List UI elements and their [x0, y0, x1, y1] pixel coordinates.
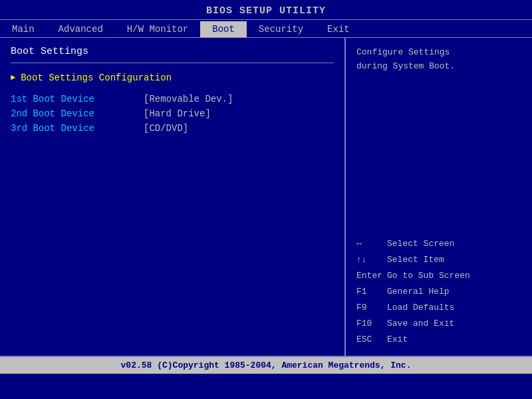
arrow-icon: ► [11, 73, 15, 82]
key-code: F1 [356, 284, 383, 300]
section-title: Boot Settings [11, 46, 334, 57]
nav-bar: MainAdvancedH/W MonitorBootSecurityExit [0, 19, 532, 38]
right-panel: Configure Settings during System Boot. ↔… [346, 38, 532, 356]
boot-device-label: 3rd Boot Device [11, 123, 144, 134]
boot-row[interactable]: 2nd Boot Device[Hard Drive] [11, 108, 334, 119]
key-help-row: ↑↓Select Item [356, 252, 521, 268]
key-code: ESC [356, 332, 383, 348]
nav-item-h/w-monitor[interactable]: H/W Monitor [115, 21, 200, 37]
key-code: ↔ [356, 236, 383, 252]
key-description: Select Screen [387, 236, 454, 252]
key-code: F9 [356, 300, 383, 316]
key-help-row: EnterGo to Sub Screen [356, 268, 521, 284]
key-description: Select Item [387, 252, 444, 268]
boot-row[interactable]: 3rd Boot Device[CD/DVD] [11, 123, 334, 134]
left-panel: Boot Settings ► Boot Settings Configurat… [0, 38, 346, 356]
nav-item-boot[interactable]: Boot [200, 21, 247, 37]
key-help: ↔Select Screen↑↓Select ItemEnterGo to Su… [356, 236, 521, 348]
key-help-row: F10Save and Exit [356, 316, 521, 332]
sub-menu-item[interactable]: ► Boot Settings Configuration [11, 72, 334, 83]
key-code: Enter [356, 268, 383, 284]
boot-device-value: [Removable Dev.] [144, 94, 233, 104]
nav-item-exit[interactable]: Exit [315, 21, 362, 37]
key-description: Load Defaults [387, 300, 454, 316]
key-description: General Help [387, 284, 450, 300]
nav-item-advanced[interactable]: Advanced [47, 21, 115, 37]
boot-device-label: 1st Boot Device [11, 94, 144, 104]
nav-item-security[interactable]: Security [247, 21, 315, 37]
key-description: Save and Exit [387, 316, 454, 332]
boot-device-value: [CD/DVD] [144, 123, 188, 134]
main-content: Boot Settings ► Boot Settings Configurat… [0, 38, 532, 356]
key-help-row: F1General Help [356, 284, 521, 300]
nav-item-main[interactable]: Main [0, 21, 47, 37]
key-code: F10 [356, 316, 383, 332]
key-help-row: ↔Select Screen [356, 236, 521, 252]
sub-menu-label: Boot Settings Configuration [21, 72, 172, 83]
key-help-row: F9Load Defaults [356, 300, 521, 316]
boot-device-value: [Hard Drive] [144, 108, 211, 119]
help-text: Configure Settings during System Boot. [356, 46, 521, 74]
key-help-row: ESCExit [356, 332, 521, 348]
key-description: Exit [387, 332, 408, 348]
key-description: Go to Sub Screen [387, 268, 470, 284]
section-divider [11, 63, 334, 63]
boot-settings: 1st Boot Device[Removable Dev.]2nd Boot … [11, 94, 334, 134]
bios-title: BIOS SETUP UTILITY [0, 0, 532, 19]
footer: v02.58 (C)Copyright 1985-2004, American … [0, 356, 532, 374]
key-code: ↑↓ [356, 252, 383, 268]
boot-device-label: 2nd Boot Device [11, 108, 144, 119]
boot-row[interactable]: 1st Boot Device[Removable Dev.] [11, 94, 334, 104]
